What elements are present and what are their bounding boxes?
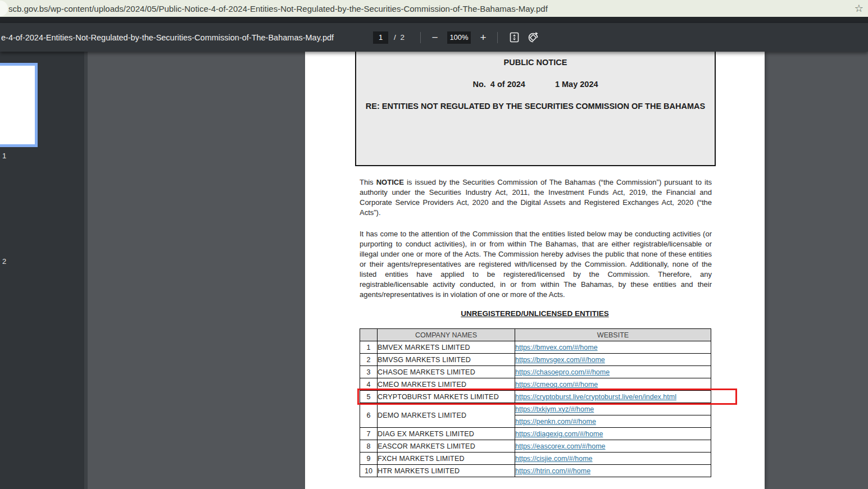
table-row: 6 DEMO MARKETS LIMITED https://txkjym.xy…	[360, 403, 711, 415]
website-link[interactable]: https://diagexig.com/#/home	[515, 430, 603, 438]
header-company: COMPANY NAMES	[378, 329, 515, 341]
company-name: CRYPTOBURST MARKETS LIMITED	[378, 391, 515, 403]
company-name: HTR MARKETS LIMITED	[378, 465, 515, 477]
table-row: 9 FXCH MARKETS LIMITED https://cisjie.co…	[360, 453, 711, 465]
paragraph-1: This NOTICE is issued by the Securities …	[360, 177, 712, 218]
company-name: CHASOE MARKETS LIMITED	[378, 366, 515, 378]
thumbnail-page-1[interactable]	[0, 63, 38, 147]
notice-header-box: OF THE BAHAMAS SECURITIES COMMISSION OF …	[355, 52, 716, 166]
paragraph-2: It has come to the attention of the Comm…	[360, 229, 712, 300]
table-row: 10 HTR MARKETS LIMITED https://htrin.com…	[360, 465, 711, 477]
website-link[interactable]: https://cmeoq.com/#/home	[515, 381, 598, 389]
website-link[interactable]: https://bmvsgex.com/#/home	[515, 356, 605, 364]
company-name: BMVEX MARKETS LIMITED	[378, 341, 515, 354]
website-link[interactable]: https://chasoepro.com/#/home	[515, 368, 610, 376]
website-link[interactable]: https://cryptoburst.live/cryptoburst.liv…	[515, 393, 676, 401]
website-link[interactable]: https://txkjym.xyz/#/home	[515, 405, 594, 413]
rotate-icon[interactable]	[524, 30, 543, 45]
zoom-in-button[interactable]: +	[476, 30, 490, 45]
row-num: 4	[360, 378, 378, 391]
row-num: 1	[360, 341, 378, 354]
window-border-strip	[0, 17, 868, 23]
paragraph-1-prefix: This	[360, 178, 376, 186]
paragraph-1-bold: NOTICE	[376, 178, 404, 186]
url-field[interactable]: scb.gov.bs/wp-content/uploads/2024/05/Pu…	[8, 4, 548, 13]
table-row-highlighted: 5 CRYPTOBURST MARKETS LIMITED https://cr…	[360, 391, 711, 403]
pdf-toolbar: e-4-of-2024-Entities-Not-Regulated-by-th…	[0, 23, 868, 52]
paragraph-1-rest: is issued by the Securities Commission o…	[360, 178, 712, 217]
row-num: 7	[360, 428, 378, 440]
row-num: 8	[360, 440, 378, 453]
page-count-label: / 2	[394, 33, 406, 42]
company-name: BMVSG MARKETS LIMITED	[378, 354, 515, 366]
header-num	[360, 329, 378, 341]
table-row: 4 CMEO MARKETS LIMITED https://cmeoq.com…	[360, 378, 711, 391]
thumbnail-label-2: 2	[2, 257, 6, 266]
notice-number: No. 4 of 2024	[472, 80, 525, 89]
page-number-input[interactable]: 1	[373, 31, 388, 44]
site-info-icon[interactable]	[0, 1, 8, 16]
website-link[interactable]: https://cisjie.com/#/home	[515, 455, 593, 463]
toolbar-divider	[420, 32, 421, 43]
pdf-document-title: e-4-of-2024-Entities-Not-Regulated-by-th…	[1, 33, 334, 42]
table-row: 8 EASCOR MARKETS LIMITED https://eascore…	[360, 440, 711, 453]
table-row: 1 BMVEX MARKETS LIMITED https://bmvex.co…	[360, 341, 711, 354]
browser-url-bar: scb.gov.bs/wp-content/uploads/2024/05/Pu…	[0, 0, 868, 17]
company-name: DIAG EX MARKETS LIMITED	[378, 428, 515, 440]
company-name: EASCOR MARKETS LIMITED	[378, 440, 515, 453]
website-link[interactable]: https://bmvex.com/#/home	[515, 344, 598, 351]
company-name: CMEO MARKETS LIMITED	[378, 378, 515, 391]
website-link[interactable]: https://penkn.com/#/home	[515, 418, 596, 426]
table-row: 2 BMVSG MARKETS LIMITED https://bmvsgex.…	[360, 354, 711, 366]
table-heading: UNREGISTERED/UNLICENSED ENTITIES	[305, 309, 765, 318]
thumbnail-sidebar: 1 2	[0, 52, 88, 489]
pdf-page-1: OF THE BAHAMAS SECURITIES COMMISSION OF …	[305, 52, 765, 489]
zoom-level-input[interactable]: 100%	[447, 31, 471, 44]
row-num: 2	[360, 354, 378, 366]
notice-date: 1 May 2024	[555, 80, 598, 89]
row-num: 6	[360, 403, 378, 428]
website-link[interactable]: https://htrin.com/#/home	[515, 467, 590, 475]
zoom-out-button[interactable]: −	[428, 30, 442, 45]
row-num: 10	[360, 465, 378, 477]
pdf-toolbar-controls: 1 / 2 − 100% +	[373, 23, 543, 52]
toolbar-divider	[497, 32, 498, 43]
row-num: 5	[360, 391, 378, 403]
pdf-viewer: OF THE BAHAMAS SECURITIES COMMISSION OF …	[88, 52, 868, 489]
notice-subject: RE: ENTITIES NOT REGULATED BY THE SECURI…	[356, 102, 715, 111]
table-header-row: COMPANY NAMES WEBSITE	[360, 329, 711, 341]
table-row: 3 CHASOE MARKETS LIMITED https://chasoep…	[360, 366, 711, 378]
company-name: DEMO MARKETS LIMITED	[378, 403, 515, 428]
company-name: FXCH MARKETS LIMITED	[378, 453, 515, 465]
table-row: 7 DIAG EX MARKETS LIMITED https://diagex…	[360, 428, 711, 440]
bookmark-star-icon[interactable]: ☆	[855, 2, 864, 15]
row-num: 3	[360, 366, 378, 378]
entities-table: COMPANY NAMES WEBSITE 1 BMVEX MARKETS LI…	[360, 328, 711, 477]
website-link[interactable]: https://eascorex.com/#/home	[515, 442, 606, 450]
thumbnail-label-1: 1	[2, 152, 6, 160]
public-notice-title: PUBLIC NOTICE	[356, 58, 715, 67]
row-num: 9	[360, 453, 378, 465]
fit-to-page-icon[interactable]	[505, 30, 524, 45]
notice-number-date: No. 4 of 2024 1 May 2024	[356, 80, 715, 89]
header-website: WEBSITE	[515, 329, 711, 341]
pdf-content-area: 1 2	[0, 52, 868, 489]
